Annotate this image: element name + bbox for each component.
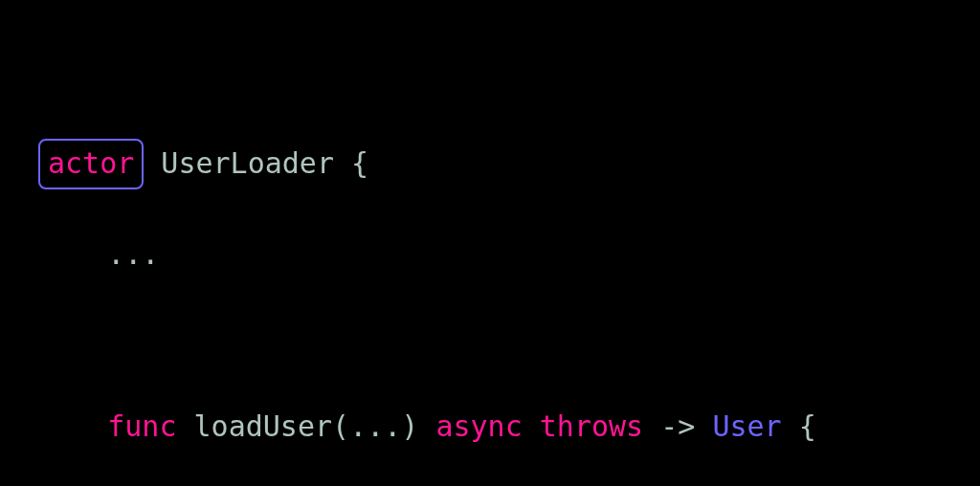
brace-open: { [799,409,816,443]
space [695,409,712,443]
space [643,409,660,443]
code-line-2: ... [38,232,942,276]
code-line-4: func loadUser(...) async throws -> User … [38,405,942,448]
space [782,409,799,443]
arrow-operator: -> [660,409,695,443]
paren-open: ( [332,409,349,443]
keyword-func: func [107,409,176,443]
indent [38,232,107,276]
ellipsis: ... [107,237,159,271]
space [418,409,435,443]
class-name: UserLoader [144,146,351,180]
paren-close: ) [401,409,418,443]
brace-open: { [351,146,368,180]
keyword-actor-highlighted: actor [38,139,144,189]
code-line-3-blank [38,319,942,362]
method-name: loadUser [194,409,333,443]
indent [38,405,107,448]
keyword-async: async [435,409,522,443]
code-line-1: actor UserLoader { [38,139,942,189]
space [177,409,194,443]
keyword-throws: throws [540,409,643,443]
space [523,409,540,443]
return-type: User [712,409,781,443]
params-ellipsis: ... [349,409,401,443]
code-block: actor UserLoader { ... func loadUser(...… [38,96,942,486]
